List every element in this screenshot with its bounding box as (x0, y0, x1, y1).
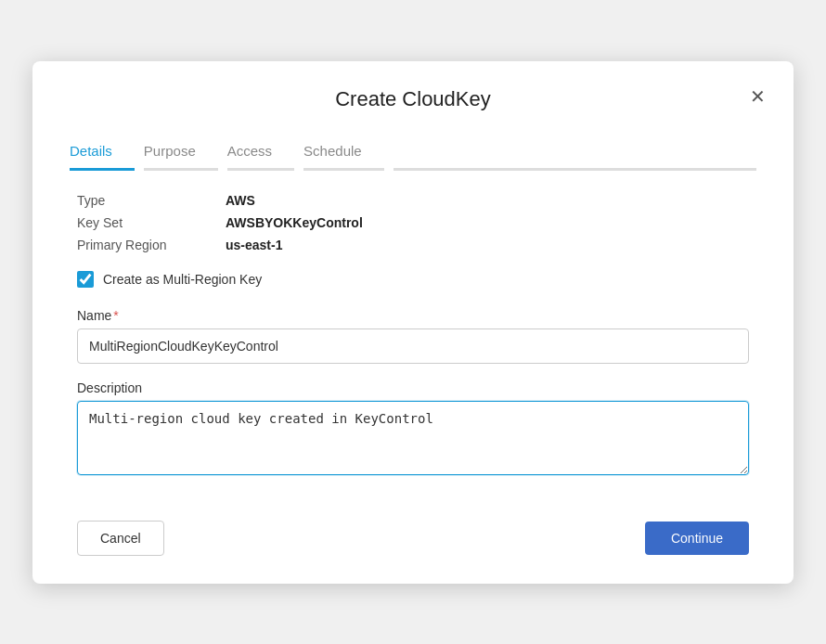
continue-button[interactable]: Continue (645, 522, 749, 555)
tab-purpose[interactable]: Purpose (144, 134, 218, 171)
description-label: Description (77, 380, 749, 395)
name-required-star: * (113, 308, 118, 323)
name-input[interactable] (77, 328, 749, 364)
description-field-section: Description Multi-region cloud key creat… (77, 380, 749, 478)
region-label: Primary Region (77, 238, 226, 252)
modal-header: Create CloudKey ✕ (32, 61, 794, 111)
multi-region-label[interactable]: Create as Multi-Region Key (103, 272, 262, 287)
modal-dialog: Create CloudKey ✕ Details Purpose Access… (32, 61, 794, 584)
type-label: Type (77, 193, 226, 208)
keyset-row: Key Set AWSBYOKKeyControl (77, 215, 749, 230)
type-value: AWS (226, 193, 255, 208)
name-field-section: Name* (77, 308, 749, 364)
region-value: us-east-1 (226, 238, 282, 252)
close-button[interactable]: ✕ (744, 84, 771, 109)
tab-access[interactable]: Access (227, 134, 294, 171)
keyset-label: Key Set (77, 215, 226, 230)
info-section: Type AWS Key Set AWSBYOKKeyControl Prima… (77, 193, 749, 252)
keyset-value: AWSBYOKKeyControl (226, 215, 363, 230)
modal-title: Create CloudKey (335, 87, 491, 111)
cancel-button[interactable]: Cancel (77, 521, 164, 556)
multi-region-checkbox-row: Create as Multi-Region Key (77, 271, 749, 288)
modal-footer: Cancel Continue (32, 495, 794, 556)
description-textarea[interactable]: Multi-region cloud key created in <span … (77, 401, 749, 475)
region-row: Primary Region us-east-1 (77, 238, 749, 252)
multi-region-checkbox[interactable] (77, 271, 94, 288)
tab-schedule[interactable]: Schedule (303, 134, 384, 171)
tab-spacer (394, 134, 756, 171)
tab-details[interactable]: Details (70, 134, 135, 171)
modal-body: Type AWS Key Set AWSBYOKKeyControl Prima… (32, 171, 794, 478)
type-row: Type AWS (77, 193, 749, 208)
name-label: Name* (77, 308, 749, 323)
tab-bar: Details Purpose Access Schedule (32, 111, 794, 171)
